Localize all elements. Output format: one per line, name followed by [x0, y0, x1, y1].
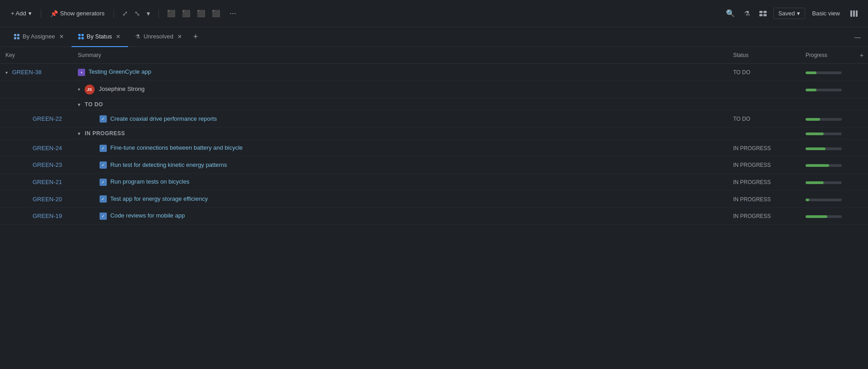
add-tab-button[interactable]: + [190, 32, 202, 42]
issue-summary-link[interactable]: Testing GreenCycle app [88, 68, 151, 75]
group-progress-cell [800, 98, 854, 110]
group-label-cell: ▾ IN PROGRESS [72, 128, 728, 140]
assignee-key-cell [0, 80, 72, 98]
progress-fill [806, 71, 816, 74]
issue-summary-cell: ▪ Testing GreenCycle app [72, 64, 728, 81]
status-badge: IN PROGRESS [733, 162, 771, 168]
issue-key-link[interactable]: GREEN-21 [5, 179, 62, 185]
layout-icon-1[interactable]: ⬛ [164, 8, 178, 19]
progress-fill [806, 181, 824, 184]
svg-rect-10 [17, 37, 19, 39]
columns-button[interactable] [847, 8, 861, 19]
assignee-row-chevron[interactable]: ▾ [78, 87, 80, 92]
extra-cell [854, 140, 868, 157]
group-by-button[interactable] [756, 8, 770, 19]
col-header-summary: Summary [72, 47, 728, 64]
add-column-icon[interactable]: + [860, 52, 863, 59]
table-row: GREEN-21 ✓ Run program tests on bicycles… [0, 174, 868, 191]
tab-by-assignee-close[interactable]: ✕ [58, 33, 65, 40]
dropdown-toggle[interactable]: ▾ [144, 8, 153, 19]
issue-summary-link[interactable]: Create coaxial drive performance reports [110, 115, 217, 122]
layout-icon-3[interactable]: ⬛ [194, 8, 208, 19]
svg-rect-0 [759, 11, 763, 13]
tab-filter-icon: ⚗ [134, 33, 141, 40]
saved-button[interactable]: Saved ▾ [773, 8, 805, 19]
filter-button[interactable]: ⚗ [741, 8, 753, 19]
svg-rect-12 [81, 34, 84, 36]
row-chevron[interactable]: ▾ [5, 70, 8, 75]
basic-view-button[interactable]: Basic view [809, 8, 844, 19]
tab-by-status-label: By Status [87, 33, 112, 40]
table-header: Key Summary Status Progress + [0, 47, 868, 64]
issue-status-cell: TO DO [728, 110, 800, 128]
tab-status-icon [78, 33, 84, 40]
status-badge: IN PROGRESS [733, 213, 771, 219]
tab-by-status-close[interactable]: ✕ [114, 33, 122, 40]
group-chevron[interactable]: ▾ [78, 102, 81, 107]
group-status-cell [728, 98, 800, 110]
issue-progress-cell [800, 174, 854, 191]
issue-progress-cell [800, 140, 854, 157]
pin-icon: 📌 [50, 10, 58, 17]
issue-progress-cell [800, 110, 854, 128]
progress-fill [806, 132, 824, 135]
toolbar-separator-1 [41, 9, 41, 18]
issue-summary-link[interactable]: Run program tests on bicycles [110, 178, 190, 185]
tab-by-assignee[interactable]: By Assignee ✕ [7, 27, 72, 47]
issue-key-link[interactable]: GREEN-38 [12, 69, 42, 76]
tab-unresolved[interactable]: ⚗ Unresolved ✕ [128, 27, 190, 47]
issue-summary-link[interactable]: Run test for detecting kinetic energy pa… [110, 161, 227, 168]
extra-cell [854, 174, 868, 191]
progress-fill [806, 118, 820, 121]
issue-key-link[interactable]: GREEN-20 [5, 196, 62, 203]
issue-key-link[interactable]: GREEN-22 [5, 115, 62, 122]
progress-fill [806, 147, 825, 150]
table-row: ▾ GREEN-38 ▪ Testing GreenCycle app TO D… [0, 64, 868, 81]
progress-bar [806, 118, 842, 121]
issue-summary-cell: ✓ Test app for energy storage efficiency [72, 190, 728, 208]
tab-by-status[interactable]: By Status ✕ [72, 27, 129, 47]
layout-icon-2[interactable]: ⬛ [179, 8, 193, 19]
table-row: GREEN-22 ✓ Create coaxial drive performa… [0, 110, 868, 128]
group-header-row: ▾ IN PROGRESS [0, 128, 868, 140]
svg-rect-14 [81, 37, 84, 39]
expand-icon[interactable]: ⤢ [119, 8, 131, 19]
svg-rect-13 [78, 37, 81, 39]
basic-view-label: Basic view [812, 10, 840, 17]
issue-summary-cell: ✓ Run test for detecting kinetic energy … [72, 156, 728, 174]
group-chevron[interactable]: ▾ [78, 131, 81, 136]
table-row: GREEN-19 ✓ Code reviews for mobile app I… [0, 208, 868, 225]
svg-rect-8 [17, 34, 19, 36]
search-button[interactable]: 🔍 [723, 7, 738, 19]
issue-key-link[interactable]: GREEN-23 [5, 161, 62, 168]
issue-summary-link[interactable]: Fine-tune connections between battery an… [110, 144, 243, 151]
status-badge: TO DO [733, 69, 750, 76]
assignee-name: Josephine Strong [99, 85, 144, 92]
progress-fill [806, 164, 829, 167]
progress-bar [806, 199, 842, 201]
extra-cell [854, 64, 868, 81]
table-row: GREEN-23 ✓ Run test for detecting kineti… [0, 156, 868, 174]
issue-summary-link[interactable]: Code reviews for mobile app [110, 212, 185, 219]
saved-label: Saved [778, 10, 795, 17]
issue-key-link[interactable]: GREEN-24 [5, 145, 62, 151]
more-options-button[interactable]: ··· [227, 7, 239, 20]
tab-unresolved-close[interactable]: ✕ [176, 33, 183, 40]
toolbar-right-controls: 🔍 ⚗ Saved ▾ Basic view [723, 7, 861, 19]
progress-bar [806, 215, 842, 218]
layout-icon-4[interactable]: ⬛ [209, 8, 223, 19]
layout-controls: ⬛ ⬛ ⬛ ⬛ [164, 8, 223, 19]
issue-key-cell: GREEN-22 [0, 110, 72, 128]
show-generators-button[interactable]: 📌 Show generators [47, 8, 108, 19]
issues-table: Key Summary Status Progress + [0, 47, 868, 225]
issue-summary-link[interactable]: Test app for energy storage efficiency [110, 195, 208, 202]
group-key-cell [0, 98, 72, 110]
issue-summary-cell: ✓ Fine-tune connections between battery … [72, 140, 728, 157]
progress-fill [806, 215, 827, 218]
compress-icon[interactable]: ⤡ [132, 8, 143, 19]
col-header-key: Key [0, 47, 72, 64]
status-badge: IN PROGRESS [733, 196, 771, 203]
table-body: ▾ GREEN-38 ▪ Testing GreenCycle app TO D… [0, 64, 868, 225]
add-button[interactable]: + Add ▾ [7, 8, 35, 19]
issue-key-link[interactable]: GREEN-19 [5, 213, 62, 219]
